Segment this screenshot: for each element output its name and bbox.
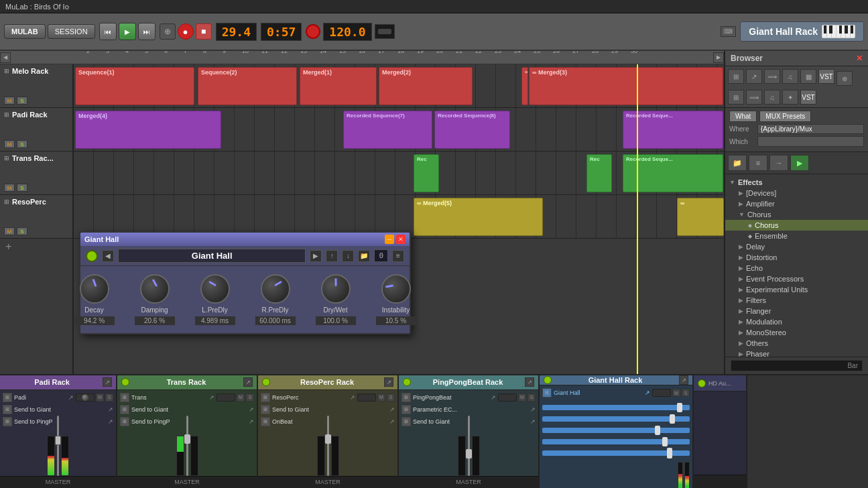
ruler-right-arrow[interactable]: ▶ bbox=[713, 52, 724, 63]
seq-block[interactable]: Merged(2) bbox=[379, 67, 473, 105]
tree-delay[interactable]: ▶ Delay bbox=[725, 241, 868, 252]
seq-block[interactable]: ∞ Merged(3) bbox=[529, 67, 723, 105]
browser-tool-10[interactable]: ♫ bbox=[764, 90, 780, 105]
effect-counter[interactable]: 0 bbox=[374, 249, 388, 262]
ping-m-btn[interactable]: M bbox=[518, 393, 526, 402]
browser-tool-1[interactable]: ⊞ bbox=[728, 69, 744, 84]
trans-fader-thumb[interactable] bbox=[184, 434, 190, 444]
tree-ensemble-item[interactable]: ◆ Ensemble bbox=[725, 231, 868, 241]
effect-minimize-btn[interactable]: ─ bbox=[385, 235, 394, 244]
effect-close-btn[interactable]: ✕ bbox=[396, 235, 406, 244]
browser-tool-5[interactable]: ▦ bbox=[800, 69, 816, 84]
damping-knob[interactable] bbox=[140, 274, 170, 304]
track-solo-reso[interactable]: S bbox=[17, 227, 27, 235]
inst-arrow-padi[interactable]: ↗ bbox=[68, 394, 74, 401]
tree-amplifier[interactable]: ▶ Amplifier bbox=[725, 198, 868, 209]
rack-power-trans[interactable] bbox=[121, 378, 129, 386]
timeline-ruler[interactable]: ◀ 2 3 4 5 6 7 8 9 10 11 bbox=[0, 51, 724, 64]
giant-fader-3[interactable] bbox=[542, 428, 690, 433]
browser-tool-7[interactable]: ⊕ bbox=[836, 71, 853, 86]
lpredly-knob[interactable] bbox=[200, 274, 230, 304]
tree-others[interactable]: ▶ Others bbox=[725, 338, 868, 349]
tree-flanger[interactable]: ▶ Flanger bbox=[725, 306, 868, 316]
ping-fader[interactable] bbox=[468, 416, 470, 476]
ping-knob-group[interactable] bbox=[498, 393, 517, 402]
mux-presets-tab[interactable]: MUX Presets bbox=[759, 111, 811, 122]
giant-fader-thumb-5[interactable] bbox=[667, 448, 672, 459]
padi-fader-thumb[interactable] bbox=[55, 436, 61, 445]
seq-block[interactable]: Merged(1) bbox=[300, 67, 377, 105]
browser-tool-9[interactable]: ⟹ bbox=[746, 90, 762, 105]
reso-m-btn[interactable]: M bbox=[377, 393, 385, 402]
seq-block[interactable]: Rec bbox=[586, 154, 612, 192]
track-lane-trans[interactable]: Rec Rec Recorded Seque... bbox=[74, 151, 724, 195]
tree-chorus-group[interactable]: ▼ Chorus bbox=[725, 209, 868, 220]
giant-fader-thumb-1[interactable] bbox=[677, 403, 682, 412]
giant-fader-thumb-4[interactable] bbox=[662, 437, 668, 446]
trans-m-btn[interactable]: M bbox=[237, 393, 245, 402]
giant-fader-2[interactable] bbox=[542, 416, 690, 422]
tree-experimental-units[interactable]: ▶ Experimental Units bbox=[725, 284, 868, 295]
tree-chorus-item[interactable]: ◆ Chorus bbox=[725, 220, 868, 231]
trans-knob-group[interactable] bbox=[216, 393, 235, 402]
add-track-button[interactable]: + bbox=[0, 239, 72, 255]
rack-expand-giant[interactable]: ↗ bbox=[679, 375, 688, 385]
reso-s-btn[interactable]: S bbox=[387, 393, 395, 402]
giant-knob-group[interactable] bbox=[652, 389, 671, 397]
track-lane-melo[interactable]: Sequence(1) Sequence(2) Merged(1) Merged… bbox=[74, 64, 724, 108]
rack-power-giant[interactable] bbox=[544, 376, 552, 384]
drywet-knob[interactable] bbox=[321, 274, 351, 304]
seq-block[interactable]: Recorded Sequence(8) bbox=[434, 111, 510, 149]
rpredly-knob[interactable] bbox=[261, 274, 290, 304]
play-button[interactable]: ▶ bbox=[119, 23, 136, 40]
tempo-display[interactable]: 120.0 bbox=[323, 23, 371, 41]
giant-fader-thumb-3[interactable] bbox=[655, 426, 660, 435]
seq-block[interactable]: Merged(4) bbox=[75, 111, 221, 149]
track-mute-trans[interactable]: M bbox=[4, 184, 15, 192]
browser-list-btn[interactable]: ≡ bbox=[749, 155, 767, 171]
rack-power-reso[interactable] bbox=[262, 378, 270, 386]
metronome-btn[interactable] bbox=[306, 24, 320, 39]
browser-forward-btn[interactable]: → bbox=[769, 155, 788, 171]
what-tab[interactable]: What bbox=[729, 111, 757, 122]
seq-block[interactable]: Rec bbox=[414, 154, 439, 192]
track-lane-padi[interactable]: Merged(4) Recorded Sequence(7) Recorded … bbox=[74, 108, 724, 151]
tree-monostereo[interactable]: ▶ MonoStereo bbox=[725, 327, 868, 338]
instability-knob[interactable] bbox=[381, 274, 411, 304]
rack-expand-ping[interactable]: ↗ bbox=[525, 377, 534, 387]
rack-expand-reso[interactable]: ↗ bbox=[384, 377, 393, 387]
track-mute-melo[interactable]: M bbox=[4, 97, 15, 105]
tree-filters[interactable]: ▶ Filters bbox=[725, 295, 868, 306]
browser-tool-8[interactable]: ⊞ bbox=[728, 90, 744, 105]
time-display[interactable]: 29.4 bbox=[216, 23, 257, 41]
tree-echo[interactable]: ▶ Echo bbox=[725, 263, 868, 273]
reso-fader[interactable] bbox=[327, 416, 329, 476]
browser-close-button[interactable]: ✕ bbox=[856, 54, 863, 63]
tree-phaser[interactable]: ▶ Phaser bbox=[725, 349, 868, 357]
ruler-left-arrow[interactable]: ◀ bbox=[0, 52, 11, 63]
track-solo-melo[interactable]: S bbox=[17, 97, 27, 105]
browser-tool-3[interactable]: ⟹ bbox=[764, 69, 780, 84]
stop-button[interactable]: ■ bbox=[196, 23, 212, 40]
browser-tool-2[interactable]: ↗ bbox=[746, 69, 762, 84]
seq-block[interactable]: Sequence(1) bbox=[75, 67, 194, 105]
ping-fader-thumb[interactable] bbox=[466, 449, 472, 459]
giant-fader-1[interactable] bbox=[542, 405, 690, 410]
effect-preset-name[interactable]: Giant Hall bbox=[118, 249, 306, 263]
inst-arrow-trans[interactable]: ↗ bbox=[209, 394, 214, 401]
seq-block[interactable]: Sequence(2) bbox=[198, 67, 297, 105]
padi-fader[interactable] bbox=[57, 416, 59, 476]
trans-s-btn[interactable]: S bbox=[246, 393, 254, 402]
browser-tool-12[interactable]: VST bbox=[800, 90, 816, 105]
effect-down-btn[interactable]: ↓ bbox=[342, 250, 354, 262]
ping-s-btn[interactable]: S bbox=[528, 393, 536, 402]
effect-up-btn[interactable]: ↑ bbox=[326, 250, 338, 262]
giant-fader-5[interactable] bbox=[542, 450, 690, 456]
browser-tool-6[interactable]: VST bbox=[818, 69, 834, 84]
effect-folder-btn[interactable]: 📁 bbox=[358, 250, 370, 262]
effect-power-btn[interactable] bbox=[86, 250, 98, 262]
browser-tool-4[interactable]: ♫ bbox=[782, 69, 798, 84]
giant-s-btn[interactable]: S bbox=[682, 389, 690, 397]
reso-fader-thumb[interactable] bbox=[325, 434, 331, 444]
track-mute-padi[interactable]: M bbox=[4, 140, 15, 148]
